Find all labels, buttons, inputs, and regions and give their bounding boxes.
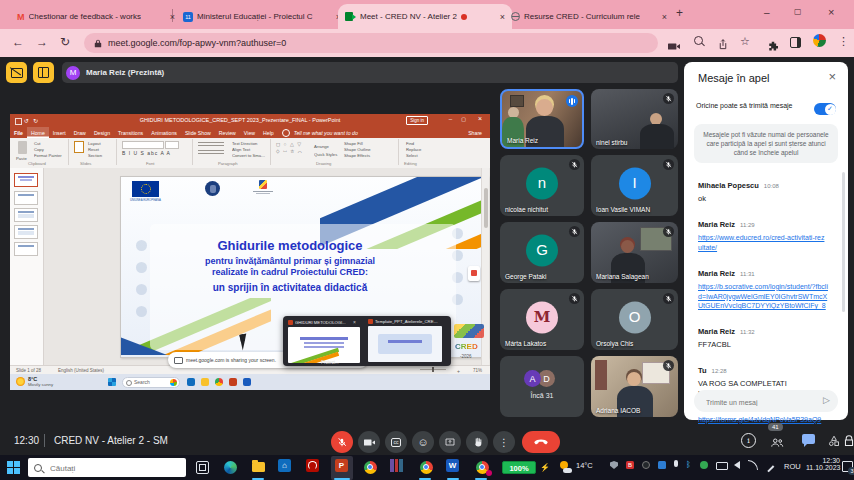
ppt-title-bar[interactable]: ↺ ↻ GHIDURI METODOLOGICE_CRED_SEPT 2023_…	[10, 114, 490, 127]
language-indicator[interactable]: ROU	[784, 462, 801, 471]
acrobat-icon[interactable]	[306, 459, 319, 472]
taskbar-temperature[interactable]: 14°C	[576, 461, 593, 470]
chat-scrollbar[interactable]	[842, 172, 845, 312]
preview-close-icon[interactable]: ×	[353, 319, 356, 325]
tray-mic-icon[interactable]	[674, 460, 678, 467]
reset-label[interactable]: Reset	[88, 147, 99, 152]
tab-meet-active[interactable]: Meet - CRED NV - Atelier 2 ×	[338, 4, 512, 29]
share-page-icon[interactable]	[718, 36, 728, 54]
teams-icon[interactable]	[700, 461, 708, 469]
ppt-tab-insert[interactable]: Insert	[49, 127, 70, 138]
store-icon[interactable]: ⌂	[278, 459, 291, 472]
align-text-label[interactable]: Align Text	[232, 147, 266, 152]
align-icons[interactable]	[198, 150, 224, 155]
battery-indicator[interactable]: 100%	[502, 461, 536, 474]
ppt-sign-in-button[interactable]: Sign in	[406, 116, 428, 125]
shared-search-pill[interactable]: Search	[122, 377, 180, 388]
smartart-label[interactable]: Convert to SmartArt	[232, 153, 266, 158]
tab-search-square-icon[interactable]	[790, 37, 801, 48]
shared-weather-desc[interactable]: Mostly sunny	[28, 382, 53, 387]
chat-button-icon[interactable]	[802, 434, 815, 444]
ppt-tab-design[interactable]: Design	[90, 127, 114, 138]
chat-input[interactable]	[704, 393, 813, 411]
participant-tile-george[interactable]: G George Pataki	[500, 222, 584, 283]
bluetooth-icon[interactable]: ᛒ	[686, 460, 691, 469]
ppt-undo-icon[interactable]: ↺	[24, 117, 29, 124]
companion-window-icon[interactable]	[33, 62, 54, 83]
raise-hand-button[interactable]	[466, 431, 488, 453]
volume-icon[interactable]	[734, 461, 740, 469]
font-size-box[interactable]	[165, 141, 179, 149]
layout-label[interactable]: Layout	[88, 141, 101, 146]
tab-resurse[interactable]: Resurse CRED - Curriculum rele ×	[504, 4, 674, 29]
find-label[interactable]: Find	[406, 141, 414, 146]
forward-button-icon[interactable]: →	[36, 35, 48, 49]
participant-tile-maria-reiz[interactable]: Maria Reiz	[500, 89, 584, 149]
font-format-buttons[interactable]: B I U S abc A A	[122, 150, 171, 156]
shared-app-icon-3[interactable]	[215, 378, 223, 386]
section-label[interactable]: Section	[88, 153, 102, 158]
ppt-tab-animations[interactable]: Animations	[147, 127, 181, 138]
participant-tile-adriana[interactable]: Adriana IACOB	[591, 356, 678, 417]
shape-fill-label[interactable]: Shape Fill	[344, 141, 363, 146]
profile-avatar[interactable]	[813, 34, 826, 47]
ppt-tell-me[interactable]: Tell me what you want to do	[290, 127, 362, 138]
new-tab-button[interactable]: +	[676, 6, 683, 20]
participant-overflow-tile[interactable]: A D Încă 31	[500, 356, 584, 417]
slide-thumbnail-4[interactable]	[14, 225, 38, 239]
search-this-page-icon[interactable]	[694, 36, 703, 45]
window-close-button[interactable]: ×	[828, 6, 834, 18]
winrar-icon[interactable]	[390, 459, 403, 472]
camera-button[interactable]	[358, 431, 380, 453]
ppt-tab-transitions[interactable]: Transitions	[114, 127, 147, 138]
ppt-minimize-button[interactable]: –	[449, 116, 452, 122]
camera-in-use-icon[interactable]	[668, 37, 680, 55]
ppt-maximize-button[interactable]: ▢	[461, 116, 466, 122]
shapes-gallery[interactable]: ◻ ○ △ ▽⬦ ▭ ☆ ⌒	[276, 141, 310, 155]
paste-label[interactable]: Paste	[16, 156, 27, 161]
reactions-button[interactable]: ☺	[412, 431, 434, 453]
ppt-save-icon[interactable]	[15, 118, 22, 125]
floating-annotation-button[interactable]	[468, 266, 480, 281]
task-view-icon[interactable]	[196, 461, 209, 474]
ppt-tab-review[interactable]: Review	[215, 127, 240, 138]
new-slide-icon[interactable]	[74, 141, 84, 153]
replace-label[interactable]: Replace	[406, 147, 421, 152]
antivirus-icon[interactable]: B	[626, 461, 634, 469]
tab-minister[interactable]: 11 Ministerul Educației - Proiectul C ×	[176, 4, 348, 29]
text-direction-label[interactable]: Text Direction	[232, 141, 266, 146]
format-painter-label[interactable]: Format Painter	[34, 153, 64, 158]
language-status[interactable]: English (United States)	[58, 368, 104, 373]
chrome-icon[interactable]	[362, 459, 378, 475]
message-link[interactable]: https://www.educred.ro/cred-activitati-r…	[698, 233, 828, 253]
arrange-label[interactable]: Arrange	[314, 144, 329, 149]
preview-thumb-1[interactable]	[288, 327, 360, 363]
keyboard-tray-icon[interactable]	[716, 462, 728, 470]
more-options-button[interactable]: ⋮	[493, 431, 515, 453]
gpu-icon[interactable]	[642, 461, 650, 469]
bookmark-star-icon[interactable]: ☆	[740, 35, 750, 48]
ppt-tab-slideshow[interactable]: Slide Show	[181, 127, 215, 138]
weather-icon[interactable]	[560, 461, 572, 473]
ppt-tab-view[interactable]: View	[240, 127, 259, 138]
presenter-chip[interactable]: M Maria Reiz (Prezintă)	[62, 62, 678, 83]
copy-label[interactable]: Copy	[34, 147, 44, 152]
shared-weather-temp[interactable]: 8°C	[28, 376, 37, 382]
participant-tile-mariana[interactable]: Mariana Salagean	[591, 222, 678, 283]
host-controls-lock-icon[interactable]	[844, 433, 854, 451]
participant-tile-orsolya[interactable]: O Orsolya Chis	[591, 289, 678, 350]
start-button-icon[interactable]	[7, 461, 20, 474]
participant-tile-marta[interactable]: M Márta Lakatos	[500, 289, 584, 350]
slide-thumbnail-5[interactable]	[14, 242, 38, 256]
participant-tile-ioan[interactable]: I Ioan Vasile VIMAN	[591, 155, 678, 216]
slide-thumbnail-1[interactable]	[14, 173, 38, 187]
window-preview-2[interactable]: Template_PPT_Atelierele_CRED...	[368, 319, 446, 362]
select-label[interactable]: Select	[406, 153, 418, 158]
message-link[interactable]: https://b.socrative.com/login/student/?f…	[698, 282, 828, 311]
photos-icon[interactable]	[658, 461, 666, 469]
ppt-tab-file[interactable]: File	[10, 127, 27, 138]
ppt-share-button[interactable]: Share	[464, 127, 486, 138]
zoom-slider[interactable]	[420, 369, 446, 371]
captions-button[interactable]: cc	[385, 431, 407, 453]
notification-center-icon[interactable]: 3	[842, 461, 853, 472]
